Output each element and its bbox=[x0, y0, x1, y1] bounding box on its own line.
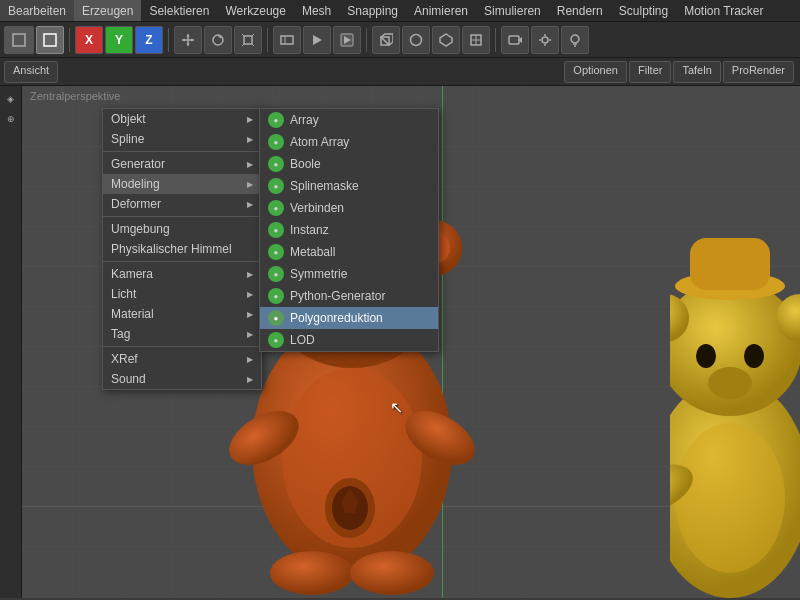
menu-item-objekt[interactable]: Objekt bbox=[103, 109, 261, 129]
icon-polygonreduktion: ● bbox=[268, 310, 284, 326]
tool-sphere[interactable] bbox=[402, 26, 430, 54]
menu-mesh[interactable]: Mesh bbox=[294, 0, 339, 21]
tool-render[interactable] bbox=[303, 26, 331, 54]
icon-atom-array: ● bbox=[268, 134, 284, 150]
menu-item-umgebung[interactable]: Umgebung bbox=[103, 219, 261, 239]
menu-item-sound[interactable]: Sound bbox=[103, 369, 261, 389]
svg-point-55 bbox=[270, 551, 354, 595]
svg-marker-14 bbox=[313, 35, 322, 45]
svg-marker-3 bbox=[187, 43, 190, 46]
menu-modeling-python-gen[interactable]: ● Python-Generator bbox=[260, 285, 438, 307]
svg-point-26 bbox=[542, 37, 548, 43]
axis-z-btn[interactable]: Z bbox=[135, 26, 163, 54]
toolbar-sep1 bbox=[69, 28, 70, 52]
menu-simulieren[interactable]: Simulieren bbox=[476, 0, 549, 21]
svg-marker-4 bbox=[182, 38, 185, 41]
icon-python-gen: ● bbox=[268, 288, 284, 304]
tool-light[interactable] bbox=[561, 26, 589, 54]
menu-snapping[interactable]: Snapping bbox=[339, 0, 406, 21]
svg-rect-62 bbox=[690, 238, 770, 290]
svg-marker-2 bbox=[187, 34, 190, 37]
viewport[interactable]: Zentralperspektive bbox=[22, 86, 800, 598]
tab-filter[interactable]: Filter bbox=[629, 61, 671, 83]
svg-rect-1 bbox=[44, 34, 56, 46]
icon-array: ● bbox=[268, 112, 284, 128]
menu-modeling-polygonreduktion[interactable]: ● Polygonreduktion bbox=[260, 307, 438, 329]
tool-mode-btn[interactable] bbox=[4, 26, 34, 54]
tab-prorender[interactable]: ProRender bbox=[723, 61, 794, 83]
tab-tafeln[interactable]: Tafeln bbox=[673, 61, 720, 83]
sidebar-left: ◈ ⊕ bbox=[0, 86, 22, 598]
menu-modeling-array[interactable]: ● Array bbox=[260, 109, 438, 131]
icon-verbinden: ● bbox=[268, 200, 284, 216]
main-area: ◈ ⊕ Zentralperspektive bbox=[0, 86, 800, 598]
icon-instanz: ● bbox=[268, 222, 284, 238]
menu-modeling-boole[interactable]: ● Boole bbox=[260, 153, 438, 175]
tool-sun[interactable] bbox=[531, 26, 559, 54]
tool-something[interactable] bbox=[462, 26, 490, 54]
menu-modeling-instanz[interactable]: ● Instanz bbox=[260, 219, 438, 241]
menu-erzeugen-dropdown: Objekt Spline Generator Modeling Deforme… bbox=[102, 108, 262, 390]
svg-rect-24 bbox=[509, 36, 519, 44]
menu-modeling-metaball[interactable]: ● Metaball bbox=[260, 241, 438, 263]
menu-modeling-atom-array[interactable]: ● Atom Array bbox=[260, 131, 438, 153]
menu-motion-tracker[interactable]: Motion Tracker bbox=[676, 0, 771, 21]
axis-y-btn[interactable]: Y bbox=[105, 26, 133, 54]
tool-select-btn[interactable] bbox=[36, 26, 64, 54]
menu-sculpting[interactable]: Sculpting bbox=[611, 0, 676, 21]
toolbar-sep5 bbox=[495, 28, 496, 52]
icon-symmetrie: ● bbox=[268, 266, 284, 282]
svg-rect-0 bbox=[13, 34, 25, 46]
toolbar-sep4 bbox=[366, 28, 367, 52]
menu-item-generator[interactable]: Generator bbox=[103, 154, 261, 174]
menu-modeling-lod[interactable]: ● LOD bbox=[260, 329, 438, 351]
menu-item-tag[interactable]: Tag bbox=[103, 324, 261, 344]
tab-optionen[interactable]: Optionen bbox=[564, 61, 627, 83]
svg-rect-12 bbox=[281, 36, 293, 44]
menu-item-phys-himmel[interactable]: Physikalischer Himmel bbox=[103, 239, 261, 259]
svg-point-66 bbox=[675, 423, 785, 573]
menu-rendern[interactable]: Rendern bbox=[549, 0, 611, 21]
svg-point-56 bbox=[350, 551, 434, 595]
menu-item-licht[interactable]: Licht bbox=[103, 284, 261, 304]
svg-point-65 bbox=[708, 367, 752, 399]
secondary-toolbar: Ansicht Optionen Filter Tafeln ProRender bbox=[0, 58, 800, 86]
svg-point-64 bbox=[744, 344, 764, 368]
tool-render-region[interactable] bbox=[273, 26, 301, 54]
toolbar-sep3 bbox=[267, 28, 268, 52]
axis-x-btn[interactable]: X bbox=[75, 26, 103, 54]
menu-item-material[interactable]: Material bbox=[103, 304, 261, 324]
menu-item-kamera[interactable]: Kamera bbox=[103, 264, 261, 284]
menu-bearbeiten[interactable]: Bearbeiten bbox=[0, 0, 74, 21]
tool-scale[interactable] bbox=[234, 26, 262, 54]
menu-sep-3 bbox=[103, 261, 261, 262]
icon-metaball: ● bbox=[268, 244, 284, 260]
icon-splinemaske: ● bbox=[268, 178, 284, 194]
menu-item-modeling[interactable]: Modeling bbox=[103, 174, 261, 194]
menu-werkzeuge[interactable]: Werkzeuge bbox=[217, 0, 293, 21]
tool-cam[interactable] bbox=[501, 26, 529, 54]
sidebar-btn-1[interactable]: ◈ bbox=[2, 90, 20, 108]
menu-selektieren[interactable]: Selektieren bbox=[141, 0, 217, 21]
tool-move[interactable] bbox=[174, 26, 202, 54]
menu-modeling-verbinden[interactable]: ● Verbinden bbox=[260, 197, 438, 219]
tool-poly[interactable] bbox=[432, 26, 460, 54]
menu-animieren[interactable]: Animieren bbox=[406, 0, 476, 21]
menu-item-deformer[interactable]: Deformer bbox=[103, 194, 261, 214]
toolbar-sep2 bbox=[168, 28, 169, 52]
menu-modeling-splinemaske[interactable]: ● Splinemaske bbox=[260, 175, 438, 197]
icon-lod: ● bbox=[268, 332, 284, 348]
menu-erzeugen[interactable]: Erzeugen bbox=[74, 0, 141, 21]
menu-item-spline[interactable]: Spline bbox=[103, 129, 261, 149]
menu-sep-1 bbox=[103, 151, 261, 152]
sidebar-btn-2[interactable]: ⊕ bbox=[2, 110, 20, 128]
menu-modeling-symmetrie[interactable]: ● Symmetrie bbox=[260, 263, 438, 285]
tool-cube[interactable] bbox=[372, 26, 400, 54]
svg-marker-5 bbox=[191, 38, 194, 41]
menu-item-xref[interactable]: XRef bbox=[103, 349, 261, 369]
icon-boole: ● bbox=[268, 156, 284, 172]
tool-render2[interactable] bbox=[333, 26, 361, 54]
svg-rect-7 bbox=[244, 36, 252, 44]
tab-ansicht[interactable]: Ansicht bbox=[4, 61, 58, 83]
tool-rotate[interactable] bbox=[204, 26, 232, 54]
